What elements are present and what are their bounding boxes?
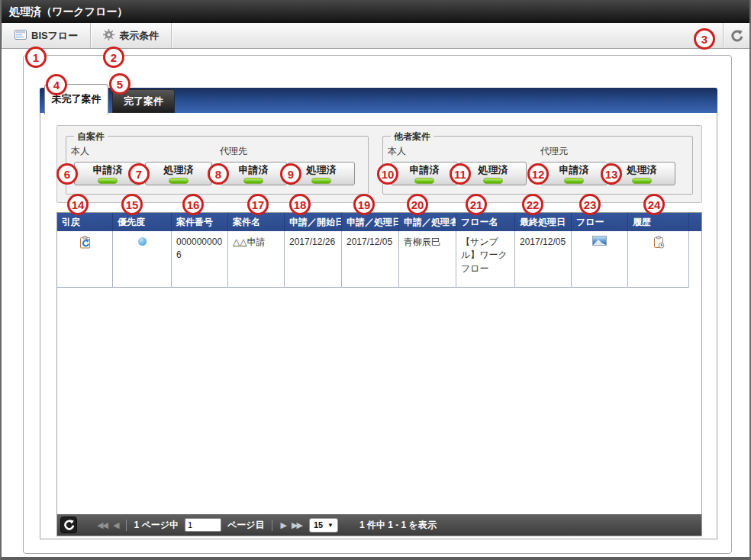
led-indicator (169, 178, 189, 184)
case-name-cell: △△申請 (228, 231, 285, 288)
priority-cell (113, 231, 172, 288)
own-self-label: 本人 (71, 145, 89, 158)
list-icon (15, 30, 27, 42)
column-header-history[interactable]: 履歴 (628, 213, 689, 231)
annotation-circle-8: 8 (208, 163, 229, 185)
flow-cell (572, 231, 628, 288)
bis-flow-label: BISフロー (31, 29, 78, 43)
gear-icon (103, 29, 114, 43)
column-header-priority[interactable]: 優先度 (113, 213, 172, 231)
annotation-circle-23: 23 (579, 194, 601, 215)
annotation-circle-1: 1 (25, 47, 47, 68)
clipboard-clock-icon[interactable] (653, 240, 665, 251)
others-cases-legend: 他者案件 (391, 130, 434, 143)
annotation-circle-19: 19 (353, 194, 375, 215)
page-size-value: 15 (314, 520, 323, 529)
annotation-circle-3: 3 (694, 28, 715, 50)
toolbar-spacer (172, 23, 723, 48)
row-spacer (689, 231, 701, 288)
annotation-circle-12: 12 (527, 163, 549, 185)
pager-separator (126, 520, 127, 531)
others-delegator-label: 代理元 (540, 145, 568, 158)
led-indicator (483, 178, 503, 184)
apply-start-date-cell: 2017/12/26 (285, 231, 342, 288)
own-proxy-applied-button[interactable]: 申請済 (220, 162, 287, 185)
grid-header-row: 引戻 優先度 案件番号 案件名 申請／開始日 申請／処理日 申請／処理者 フロー… (57, 213, 701, 231)
page-number-input[interactable] (185, 518, 221, 532)
led-indicator (98, 178, 118, 184)
toolbar: BISフロー 表示条件 (2, 23, 749, 49)
pager-separator (272, 520, 272, 531)
column-header-apply-start-date[interactable]: 申請／開始日 (285, 213, 342, 231)
last-process-date-cell: 2017/12/05 (515, 231, 572, 288)
display-conditions-button[interactable]: 表示条件 (91, 23, 171, 48)
blue-dot-icon (138, 237, 147, 246)
annotation-circle-6: 6 (56, 163, 78, 185)
column-header-flow-name[interactable]: フロー名 (456, 213, 515, 231)
annotation-circle-9: 9 (280, 163, 301, 185)
others-delegator-applied-button[interactable]: 申請済 (540, 162, 608, 185)
own-cases-legend: 自案件 (74, 130, 108, 143)
clipboard-arrow-icon[interactable] (79, 240, 92, 251)
column-header-apply-process-date[interactable]: 申請／処理日 (342, 213, 399, 231)
next-page-icon[interactable]: ▶ (278, 520, 288, 530)
annotation-circle-7: 7 (128, 163, 150, 185)
annotation-circle-18: 18 (289, 194, 311, 215)
led-indicator (311, 178, 331, 184)
column-header-apply-processor[interactable]: 申請／処理者 (399, 213, 456, 231)
case-list-grid: 引戻 優先度 案件番号 案件名 申請／開始日 申請／処理日 申請／処理者 フロー… (56, 212, 702, 536)
annotation-circle-14: 14 (67, 194, 89, 215)
annotation-circle-20: 20 (407, 194, 428, 215)
pullback-cell (57, 231, 113, 288)
annotation-circle-21: 21 (466, 194, 487, 215)
refresh-icon[interactable] (60, 517, 77, 533)
button-label: 申請済 (541, 163, 607, 177)
flow-name-cell: 【サンプル】ワークフロー (456, 231, 515, 288)
refresh-icon[interactable] (724, 23, 749, 48)
page-title: 処理済（ワークフロー） (2, 0, 749, 23)
column-header-last-process-date[interactable]: 最終処理日 (515, 213, 572, 231)
page-of-label: 1 ページ中 (134, 519, 179, 532)
pagination-bar: ◀◀ ◀ 1 ページ中 ページ目 ▶ ▶▶ 15 ▼ 1 件中 1 - 1 を表… (57, 514, 701, 536)
apply-processor-cell: 青柳辰巳 (399, 231, 456, 288)
own-self-processed-button[interactable]: 処理済 (145, 162, 212, 185)
others-self-applied-button[interactable]: 申請済 (391, 162, 458, 185)
column-header-case-name[interactable]: 案件名 (228, 213, 285, 231)
record-count-summary: 1 件中 1 - 1 を表示 (359, 519, 437, 532)
annotation-circle-16: 16 (182, 194, 204, 215)
table-row[interactable]: 0000000006 △△申請 2017/12/26 2017/12/05 青柳… (57, 231, 701, 288)
led-indicator (243, 178, 263, 184)
bis-flow-button[interactable]: BISフロー (2, 23, 90, 48)
annotation-circle-15: 15 (121, 194, 143, 215)
annotation-circle-2: 2 (103, 47, 124, 68)
button-label: 処理済 (146, 163, 211, 177)
button-label: 申請済 (392, 163, 457, 177)
column-header-case-number[interactable]: 案件番号 (172, 213, 228, 231)
display-conditions-label: 表示条件 (119, 29, 159, 43)
annotation-circle-24: 24 (643, 194, 665, 215)
annotation-circle-5: 5 (109, 73, 131, 95)
first-page-icon[interactable]: ◀◀ (94, 520, 110, 530)
led-indicator (414, 178, 434, 184)
own-proxy-label: 代理先 (220, 145, 247, 158)
app-window: 処理済（ワークフロー） BISフロー (0, 0, 751, 560)
others-self-label: 本人 (388, 145, 406, 158)
annotation-circle-22: 22 (522, 194, 543, 215)
column-header-flow[interactable]: フロー (572, 213, 628, 231)
column-header-pullback[interactable]: 引戻 (57, 213, 113, 231)
prev-page-icon[interactable]: ◀ (110, 520, 121, 530)
case-number-cell: 0000000006 (172, 231, 228, 288)
history-cell (628, 231, 689, 288)
button-label: 申請済 (221, 163, 286, 177)
apply-process-date-cell: 2017/12/05 (342, 231, 399, 288)
annotation-circle-17: 17 (247, 194, 269, 215)
chevron-down-icon: ▼ (327, 522, 334, 529)
column-header-spacer (689, 213, 701, 231)
annotation-circle-10: 10 (377, 163, 398, 185)
image-icon[interactable] (592, 237, 607, 248)
page-size-select[interactable]: 15 ▼ (309, 518, 338, 533)
annotation-circle-13: 13 (601, 163, 622, 185)
led-indicator (632, 178, 652, 184)
last-page-icon[interactable]: ▶▶ (288, 520, 305, 530)
annotation-circle-11: 11 (450, 163, 471, 185)
